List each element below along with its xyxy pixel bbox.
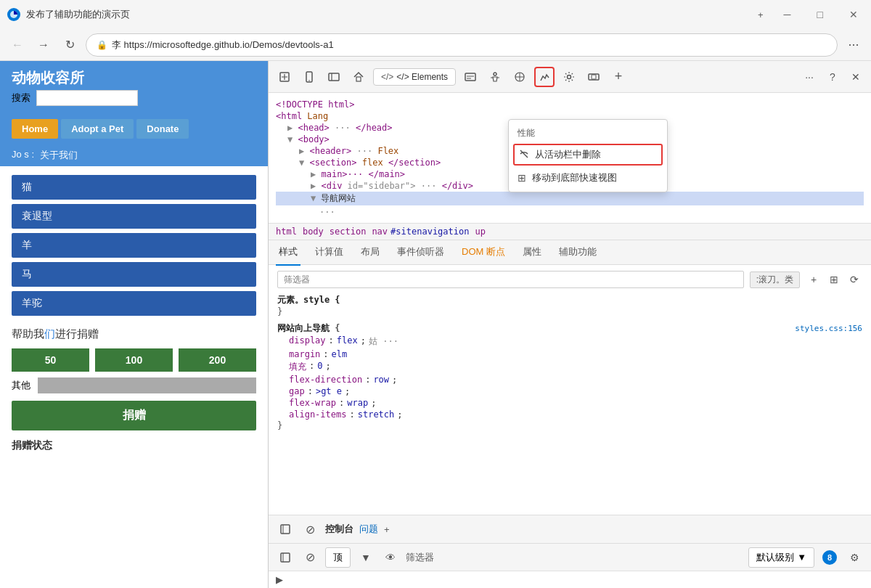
console-tab-button[interactable] [460,67,481,87]
issues-plus[interactable]: + [384,524,390,535]
address-input[interactable]: 🔒 李 https://microsoftedge.github.io/Demo… [86,33,838,57]
browser-more-button[interactable]: ··· [843,35,864,55]
network-button[interactable] [510,67,530,87]
nav-donate[interactable]: Donate [136,119,189,139]
console-back-button[interactable] [276,548,295,567]
close-button[interactable]: ✕ [843,6,864,23]
filter-input[interactable] [277,271,744,288]
browser-chrome: 发布了辅助功能的演示页 + ─ □ ✕ ← → ↻ 🔒 李 https://mi… [0,0,871,61]
performance-button[interactable] [534,67,555,87]
filter-pseudo-button[interactable]: :滚刀。类 [750,271,800,288]
visibility-button[interactable]: 👁 [381,548,400,567]
add-style-rule-button[interactable]: + [806,271,822,287]
help-button[interactable]: ? [823,68,842,86]
maximize-button[interactable]: □ [811,6,829,23]
add-panel-button[interactable]: + [608,67,629,87]
tab-dom-breakpoints[interactable]: DOM 断点 [459,240,508,266]
level-badge-area[interactable]: 8 [820,548,839,567]
list-item[interactable]: 羊 [12,233,256,258]
donate-200-button[interactable]: 200 [179,348,256,372]
elements-tab[interactable]: </> </> Elements [373,68,456,86]
list-item[interactable]: 猫 [12,175,256,200]
svg-rect-18 [281,525,290,534]
webpage-preview: 动物收容所 搜索 Home Adopt a Pet Donate Jo s : … [0,61,269,588]
body-expand[interactable]: ▼ [287,134,293,144]
main-expand[interactable]: ▶ [311,169,316,179]
device-emulation-button[interactable] [299,67,319,87]
home-button[interactable] [348,67,369,87]
devtools-close-button[interactable]: ✕ [846,68,865,86]
inspect-element-button[interactable] [274,67,295,87]
console-clear2-button[interactable]: ⊘ [300,548,319,567]
console-settings-button[interactable]: ⚙ [845,548,864,567]
tree-nav[interactable]: ▼ 导航网站 [276,192,864,205]
bottom-toolbar: ⊘ 顶 ▼ 👁 筛选器 默认级别 ▼ 8 ⚙ [269,543,871,571]
tab-layout[interactable]: 布局 [358,240,383,266]
list-item[interactable]: 羊驼 [12,291,256,316]
top-filter-button[interactable]: 顶 [325,547,351,568]
styles-link[interactable]: styles.css:156 [795,324,862,333]
issues-label[interactable]: 问题 [359,523,378,536]
list-item[interactable]: 马 [12,262,256,287]
bc-section[interactable]: section [330,226,367,237]
tab-title: 发布了辅助功能的演示页 [26,8,758,21]
list-item[interactable]: 衰退型 [12,204,256,229]
section-expand[interactable]: ▼ [299,158,304,168]
more-tools-button[interactable]: ··· [800,68,819,86]
nav-home[interactable]: Home [12,119,58,139]
debugger-button[interactable] [485,67,505,87]
donate-other-input[interactable] [38,377,256,393]
log-level-dropdown[interactable]: 默认级别 ▼ [748,547,814,568]
settings-button[interactable] [559,67,579,87]
div-expand[interactable]: ▶ [311,181,316,191]
forward-button[interactable]: → [33,35,54,55]
bc-up[interactable]: up [475,226,485,237]
bc-id[interactable]: #sitenavigation [390,226,469,237]
tab-styles[interactable]: 样式 [276,240,300,266]
console-sidebar-toggle[interactable] [276,520,295,539]
tab-event-listeners[interactable]: 事件侦听器 [394,240,447,266]
main-layout: 动物收容所 搜索 Home Adopt a Pet Donate Jo s : … [0,61,871,588]
devtools-toolbar: </> </> Elements + ··· [269,61,871,93]
bc-body[interactable]: body [303,226,324,237]
minimize-button[interactable]: ─ [778,6,797,23]
console-input[interactable] [287,575,864,585]
svg-rect-20 [281,553,290,562]
popup-move-to-bottom[interactable]: ⊞ 移动到底部快速视图 [509,167,667,189]
refresh-styles-button[interactable]: ⟳ [846,271,862,287]
nav-adopt[interactable]: Adopt a Pet [61,119,134,139]
refresh-button[interactable]: ↻ [60,35,80,55]
popup-remove-from-activity-bar[interactable]: 从活动栏中删除 [513,144,663,166]
donate-submit-button[interactable]: 捐赠 [12,401,256,430]
bc-html[interactable]: html [276,226,297,237]
header-expand[interactable]: ▶ [299,146,304,156]
donate-title: 帮助我们进行捐赠 [12,327,256,341]
device2-button[interactable] [584,67,604,87]
tab-plus[interactable]: + [758,9,764,20]
head-expand[interactable]: ▶ [287,123,293,133]
sub-nav-jos[interactable]: Jo s : [12,149,34,162]
sub-nav-about[interactable]: 关于我们 [40,149,78,162]
donate-other-area: 其他 [12,377,256,393]
log-level-arrow: ▼ [797,552,806,563]
webpage-search-input[interactable] [36,90,138,106]
url-text: 李 https://microsoftedge.github.io/Demos/… [112,38,334,52]
back-button[interactable]: ← [7,35,28,55]
tab-properties[interactable]: 属性 [520,240,544,266]
webpage-header: 动物收容所 搜索 [0,61,268,119]
level-count-badge: 8 [822,550,837,565]
expand-button[interactable]: ▼ [356,548,375,567]
elements-sidebar-button[interactable] [324,67,344,87]
bc-nav[interactable]: nav [372,226,388,237]
console-label[interactable]: 控制台 [325,523,353,536]
donate-50-button[interactable]: 50 [12,348,89,372]
tab-accessibility[interactable]: 辅助功能 [556,240,600,266]
toggle-style-button[interactable]: ⊞ [826,271,842,287]
donate-100-button[interactable]: 100 [95,348,173,372]
tab-computed[interactable]: 计算值 [312,240,346,266]
console-arrow: ▶ [276,574,283,585]
nav-expand[interactable]: ▼ [311,193,316,203]
svg-rect-7 [465,73,475,81]
prop-flex-direction: flex-direction : row ; [289,374,862,385]
console-clear-button[interactable]: ⊘ [300,520,319,539]
